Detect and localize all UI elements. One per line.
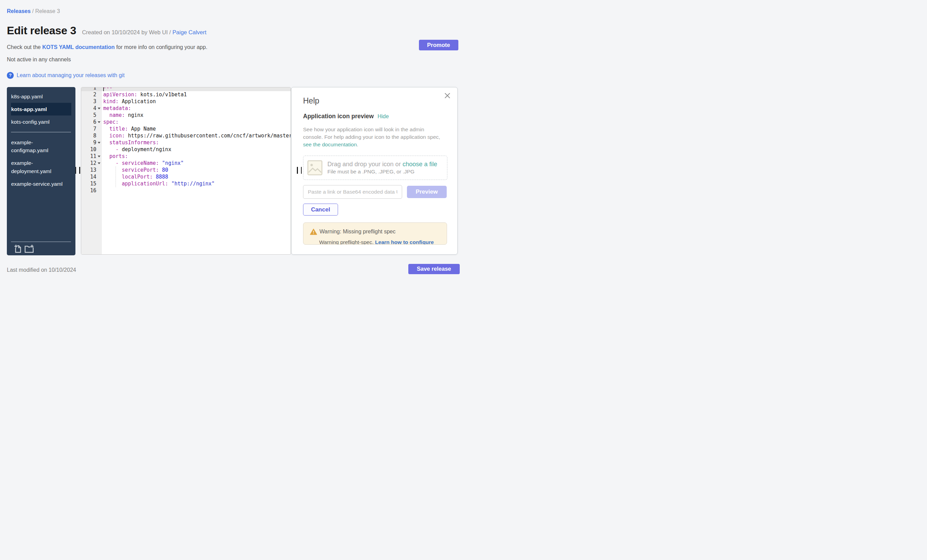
- channels-status: Not active in any channels: [7, 56, 71, 63]
- breadcrumb-separator: /: [32, 8, 35, 14]
- icon-dropzone[interactable]: Drag and drop your icon or choose a file…: [303, 156, 447, 180]
- fold-arrow-icon[interactable]: [98, 108, 100, 109]
- warning-detail-text: Warning preflight-spec.: [319, 239, 375, 245]
- file-list: k8s-app.yamlkots-app.yamlkots-config.yam…: [7, 87, 75, 191]
- sidebar-divider: [11, 132, 71, 132]
- code-line-2: apiVersion: kots.io/v1beta1: [102, 91, 291, 98]
- gutter-line-10: 10: [81, 146, 102, 153]
- fold-arrow-icon[interactable]: [98, 142, 100, 144]
- file-item-kots-app.yaml[interactable]: kots-app.yaml: [11, 103, 71, 115]
- gutter-line-4[interactable]: 4: [81, 105, 102, 112]
- dropzone-line-1: Drag and drop your icon or: [327, 161, 403, 168]
- question-circle-icon: ?: [7, 72, 14, 79]
- gutter-line-12[interactable]: 12: [81, 160, 102, 167]
- warning-title: Warning: Missing preflight spec: [319, 228, 396, 235]
- editor-indent-guide: [115, 167, 116, 187]
- file-sidebar: k8s-app.yamlkots-app.yamlkots-config.yam…: [7, 87, 75, 256]
- preflight-warning-box: Warning: Missing preflight spec Warning …: [303, 222, 447, 245]
- yaml-editor[interactable]: 12345678910111213141516 ---apiVersion: k…: [81, 87, 291, 255]
- gutter-line-8: 8: [81, 132, 102, 139]
- code-line-12: - serviceName: "nginx": [102, 160, 291, 167]
- page-title: Edit release 3: [7, 25, 76, 36]
- kots-line-post: for more info on configuring your app.: [114, 44, 207, 50]
- editor-cursor: [103, 87, 104, 91]
- help-panel: Help Application icon preview Hide See h…: [291, 87, 458, 255]
- gutter-line-5: 5: [81, 112, 102, 118]
- code-line-16: [102, 187, 291, 194]
- breadcrumb: Releases / Release 3: [7, 8, 60, 14]
- code-line-15: applicationUrl: "http://nginx": [102, 180, 291, 187]
- code-line-1: ---: [102, 87, 291, 91]
- code-line-14: localPort: 8888: [102, 173, 291, 180]
- created-on-text: Created on 10/10/2024 by Web UI /: [82, 29, 171, 35]
- kots-docs-line: Check out the KOTS YAML documentation fo…: [7, 44, 207, 50]
- see-documentation-link[interactable]: see the documentation: [303, 141, 357, 147]
- created-by-link[interactable]: Paige Calvert: [172, 29, 207, 35]
- code-line-9: statusInformers:: [102, 139, 291, 146]
- code-line-4: metadata:: [102, 105, 291, 112]
- code-line-10: - deployment/nginx: [102, 146, 291, 153]
- release-created-subtitle: Created on 10/10/2024 by Web UI / Paige …: [82, 29, 207, 36]
- new-file-icon[interactable]: [14, 244, 21, 253]
- file-item-kots-config.yaml[interactable]: kots-config.yaml: [11, 115, 71, 128]
- warning-detail: Warning preflight-spec. Learn how to con…: [319, 239, 447, 245]
- description-line-1: See how your application icon will look …: [303, 126, 424, 132]
- gutter-line-11[interactable]: 11: [81, 153, 102, 160]
- gutter-line-7: 7: [81, 126, 102, 132]
- icon-preview-section-title: Application icon preview: [303, 113, 374, 120]
- file-item-example-configmap.yaml[interactable]: example-configmap.yaml: [11, 136, 71, 157]
- gutter-line-13: 13: [81, 167, 102, 173]
- learn-how-to-configure-link[interactable]: Learn how to configure: [375, 239, 434, 245]
- description-line-2: console. For help adding your icon to th…: [303, 134, 440, 140]
- sidebar-editor-resize-handle[interactable]: [75, 167, 80, 174]
- close-icon[interactable]: [445, 93, 450, 99]
- fold-arrow-icon[interactable]: [98, 156, 100, 157]
- dropzone-text: Drag and drop your icon or choose a file…: [327, 160, 437, 175]
- code-line-8: icon: https://raw.githubusercontent.com/…: [102, 132, 291, 139]
- file-item-example-service.yaml[interactable]: example-service.yaml: [11, 178, 71, 190]
- preview-button[interactable]: Preview: [407, 186, 447, 199]
- code-line-5: name: nginx: [102, 112, 291, 118]
- new-folder-icon[interactable]: [24, 244, 34, 253]
- code-line-6: spec:: [102, 118, 291, 126]
- gutter-line-14: 14: [81, 173, 102, 180]
- kots-yaml-documentation-link[interactable]: KOTS YAML documentation: [42, 44, 114, 50]
- image-placeholder-icon: [307, 160, 322, 176]
- choose-file-link[interactable]: choose a file: [403, 161, 437, 168]
- fold-arrow-icon[interactable]: [98, 162, 100, 164]
- file-item-example-deployment.yaml[interactable]: example-deployment.yaml: [11, 157, 71, 178]
- git-help-row: ? Learn about managing your releases wit…: [7, 72, 125, 79]
- help-panel-title: Help: [303, 96, 319, 106]
- warning-triangle-icon: [310, 229, 317, 235]
- gutter-line-3: 3: [81, 98, 102, 105]
- hide-link[interactable]: Hide: [377, 114, 389, 120]
- last-modified-text: Last modified on 10/10/2024: [7, 267, 76, 273]
- fold-arrow-icon[interactable]: [98, 121, 100, 123]
- git-releases-link[interactable]: Learn about managing your releases with …: [17, 72, 125, 79]
- code-line-7: title: App Name: [102, 126, 291, 132]
- gutter-line-1: 1: [81, 87, 102, 91]
- kots-line-pre: Check out the: [7, 44, 42, 50]
- gutter-line-15: 15: [81, 180, 102, 187]
- breadcrumb-current: Release 3: [35, 8, 60, 14]
- title-row: Edit release 3 Created on 10/10/2024 by …: [7, 25, 207, 36]
- cancel-button[interactable]: Cancel: [303, 203, 338, 216]
- gutter-line-9[interactable]: 9: [81, 139, 102, 146]
- save-release-button[interactable]: Save release: [408, 264, 460, 274]
- gutter-line-2: 2: [81, 91, 102, 98]
- breadcrumb-releases-link[interactable]: Releases: [7, 8, 30, 14]
- dropzone-hint: File must be a .PNG, .JPEG, or .JPG: [327, 168, 437, 175]
- file-item-k8s-app.yaml[interactable]: k8s-app.yaml: [11, 90, 71, 103]
- icon-url-input[interactable]: [303, 185, 402, 199]
- code-line-3: kind: Application: [102, 98, 291, 105]
- editor-gutter: 12345678910111213141516: [81, 87, 102, 255]
- code-line-13: servicePort: 80: [102, 167, 291, 173]
- icon-preview-description: See how your application icon will look …: [303, 126, 440, 149]
- editor-code-area[interactable]: ---apiVersion: kots.io/v1beta1kind: Appl…: [102, 87, 291, 255]
- editor-help-resize-handle[interactable]: [297, 167, 302, 174]
- code-line-11: ports:: [102, 153, 291, 160]
- promote-button[interactable]: Promote: [419, 40, 458, 50]
- gutter-line-16: 16: [81, 187, 102, 194]
- sidebar-bottom: [7, 241, 75, 253]
- gutter-line-6[interactable]: 6: [81, 118, 102, 126]
